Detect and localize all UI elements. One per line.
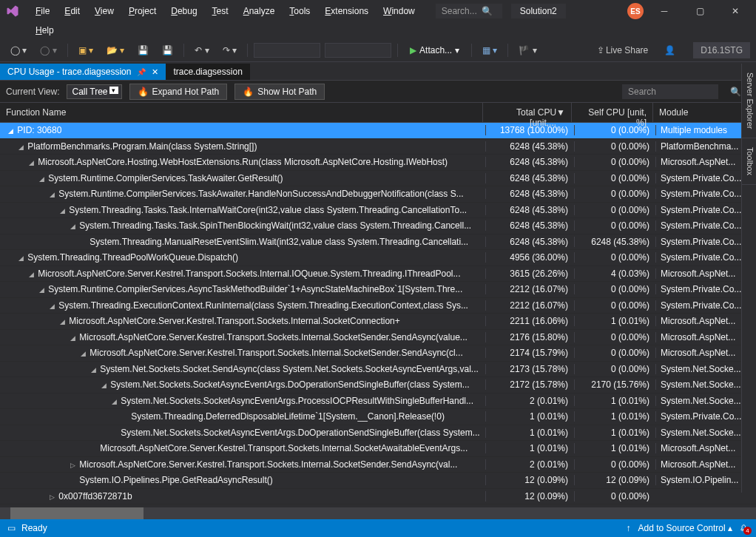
table-row[interactable]: System.Net.Sockets.SocketAsyncEventArgs.… [0, 425, 756, 442]
toolbar-icon-1[interactable]: ▦ ▾ [478, 42, 502, 58]
toolbar-icon-2[interactable]: 🏴 ▾ [514, 42, 541, 58]
table-row[interactable]: ▷ 0x007ffd3672871b12 (0.09%)0 (0.00%) [0, 489, 756, 505]
expander-icon[interactable]: ◢ [27, 159, 36, 166]
liveshare-button[interactable]: ⇪ Live Share [593, 42, 652, 58]
table-row[interactable]: ◢ Microsoft.AspNetCore.Server.Kestrel.Tr… [0, 345, 756, 362]
add-source-control[interactable]: Add to Source Control ▴ [638, 523, 732, 533]
pin-icon[interactable]: 📌 [137, 68, 146, 76]
col-total-cpu[interactable]: Total CPU [unit,...▼ [483, 103, 572, 122]
expander-icon[interactable]: ◢ [16, 143, 25, 151]
table-row[interactable]: System.Threading.ManualResetEventSlim.Wa… [0, 234, 756, 251]
table-row[interactable]: ◢ Microsoft.AspNetCore.Hosting.WebHostEx… [0, 155, 756, 171]
expander-icon[interactable]: ◢ [27, 271, 36, 278]
table-row[interactable]: ◢ PlatformBenchmarks.Program.Main(class … [0, 139, 756, 155]
menu-view[interactable]: View [89, 3, 120, 19]
table-row[interactable]: ◢ Microsoft.AspNetCore.Server.Kestrel.Tr… [0, 314, 756, 330]
table-row[interactable]: ◢ PID: 3068013768 (100.00%)0 (0.00%)Mult… [0, 123, 756, 139]
current-view-select[interactable]: Call Tree [67, 84, 121, 99]
toolbox-tab[interactable]: Toolbox [742, 138, 756, 185]
table-row[interactable]: ◢ System.Net.Sockets.SocketAsyncEventArg… [0, 377, 756, 394]
menu-file[interactable]: File [30, 3, 55, 19]
cell-self-cpu: 4 (0.03%) [574, 268, 655, 279]
scrollbar-thumb[interactable] [10, 507, 144, 519]
expander-icon[interactable]: ▷ [68, 462, 77, 469]
expander-icon[interactable]: ◢ [16, 254, 25, 262]
nav-forward-button[interactable]: ◯ ▾ [36, 42, 61, 58]
expander-icon[interactable]: ◢ [37, 175, 46, 183]
col-self-cpu[interactable]: Self CPU [unit, %] [572, 103, 653, 122]
table-row[interactable]: ◢ System.Runtime.CompilerServices.TaskAw… [0, 171, 756, 187]
config-dropdown[interactable] [254, 43, 320, 58]
menu-test[interactable]: Test [206, 3, 234, 19]
table-row[interactable]: System.IO.Pipelines.Pipe.GetReadAsyncRes… [0, 473, 756, 489]
horizontal-scrollbar[interactable] [0, 507, 756, 519]
menu-extensions[interactable]: Extensions [319, 3, 374, 19]
profiler-search-input[interactable]: Search [622, 84, 718, 99]
expander-icon[interactable]: ◢ [89, 366, 98, 374]
menu-edit[interactable]: Edit [58, 3, 86, 19]
platform-dropdown[interactable] [325, 43, 391, 58]
tab-trace[interactable]: trace.diagsession [166, 64, 249, 80]
tab-cpu-usage[interactable]: CPU Usage - trace.diagsession 📌 ✕ [0, 64, 166, 80]
server-explorer-tab[interactable]: Server Explorer [742, 64, 756, 138]
expander-icon[interactable]: ◢ [58, 207, 67, 215]
table-row[interactable]: ◢ System.Runtime.CompilerServices.TaskAw… [0, 186, 756, 203]
table-row[interactable]: Microsoft.AspNetCore.Server.Kestrel.Tran… [0, 441, 756, 457]
menu-tools[interactable]: Tools [283, 3, 316, 19]
close-button[interactable]: ✕ [720, 1, 750, 21]
expander-icon[interactable]: ◢ [37, 286, 46, 294]
expander-icon[interactable]: ▷ [47, 493, 56, 501]
expander-icon[interactable]: ◢ [58, 318, 67, 325]
maximize-button[interactable]: ▢ [685, 1, 715, 21]
menu-window[interactable]: Window [377, 3, 421, 19]
table-row[interactable]: ◢ System.Threading.ExecutionContext.RunI… [0, 298, 756, 314]
table-row[interactable]: ◢ System.Net.Sockets.SocketAsyncEventArg… [0, 394, 756, 410]
attach-button[interactable]: ▶ Attach... ▾ [404, 43, 465, 58]
table-row[interactable]: ◢ System.Threading.Tasks.Task.InternalWa… [0, 203, 756, 219]
solution-name[interactable]: Solution2 [511, 4, 566, 18]
table-row[interactable]: ◢ System.Net.Sockets.Socket.SendAsync(cl… [0, 362, 756, 378]
col-function-name[interactable]: Function Name [0, 103, 483, 122]
table-row[interactable]: ◢ System.Runtime.CompilerServices.AsyncT… [0, 282, 756, 298]
menu-project[interactable]: Project [123, 3, 162, 19]
nav-back-button[interactable]: ◯ ▾ [6, 42, 31, 58]
expander-icon[interactable]: ◢ [109, 398, 118, 405]
expand-hot-path-button[interactable]: 🔥 Expand Hot Path [129, 84, 228, 100]
cell-self-cpu: 1 (0.01%) [574, 428, 655, 438]
save-button[interactable]: 💾 [133, 42, 153, 58]
table-row[interactable]: ◢ Microsoft.AspNetCore.Server.Kestrel.Tr… [0, 330, 756, 346]
table-row[interactable]: ◢ Microsoft.AspNetCore.Server.Kestrel.Tr… [0, 266, 756, 283]
col-module[interactable]: Module [653, 103, 743, 122]
expander-icon[interactable]: ◢ [99, 382, 108, 389]
expander-icon[interactable]: ◢ [47, 191, 56, 198]
table-row[interactable]: System.Threading.DeferredDisposableLifet… [0, 409, 756, 425]
table-row[interactable]: ◢ System.Threading.ThreadPoolWorkQueue.D… [0, 250, 756, 266]
menu-help[interactable]: Help [30, 22, 60, 38]
open-file-button[interactable]: 📂 ▾ [102, 42, 129, 58]
save-all-button[interactable]: 💾 [158, 42, 178, 58]
cell-total-cpu: 4956 (36.00%) [485, 252, 574, 263]
undo-button[interactable]: ↶ ▾ [190, 42, 213, 58]
publish-icon[interactable]: ↑ [627, 523, 631, 533]
minimize-button[interactable]: ─ [649, 1, 679, 21]
close-icon[interactable]: ✕ [152, 67, 158, 77]
notifications-button[interactable]: 🕭 4 [740, 523, 749, 533]
expander-icon[interactable]: ◢ [6, 127, 15, 135]
expander-icon[interactable]: ◢ [68, 223, 77, 230]
table-row[interactable]: ▷ Microsoft.AspNetCore.Server.Kestrel.Tr… [0, 457, 756, 473]
show-hot-path-button[interactable]: 🔥 Show Hot Path [234, 84, 325, 100]
new-project-button[interactable]: ▣ ▾ [74, 42, 98, 58]
table-row[interactable]: ◢ System.Threading.Tasks.Task.SpinThenBl… [0, 218, 756, 234]
expander-icon[interactable]: ◢ [47, 303, 56, 310]
user-badge[interactable]: ES [627, 3, 644, 19]
table-body[interactable]: ◢ PID: 3068013768 (100.00%)0 (0.00%)Mult… [0, 123, 756, 507]
expander-icon[interactable]: ◢ [78, 350, 87, 357]
titlebar-search[interactable]: Search... 🔍 [436, 4, 502, 18]
redo-button[interactable]: ↷ ▾ [218, 42, 241, 58]
feedback-button[interactable]: 👤 [660, 42, 680, 58]
cell-total-cpu: 2176 (15.80%) [485, 332, 574, 342]
expander-icon[interactable]: ◢ [68, 334, 77, 342]
menu-debug[interactable]: Debug [165, 3, 203, 19]
menu-analyze[interactable]: Analyze [237, 3, 281, 19]
cell-self-cpu: 0 (0.00%) [574, 491, 655, 501]
